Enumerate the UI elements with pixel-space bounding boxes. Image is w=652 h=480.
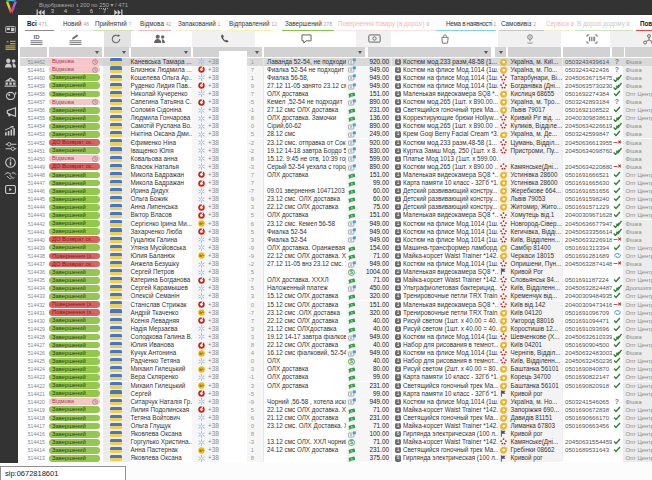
svg-text:$: $ xyxy=(350,439,353,445)
svg-text:$: $ xyxy=(350,269,353,275)
svg-text:$: $ xyxy=(350,358,353,364)
svg-text:ID: ID xyxy=(34,34,41,40)
